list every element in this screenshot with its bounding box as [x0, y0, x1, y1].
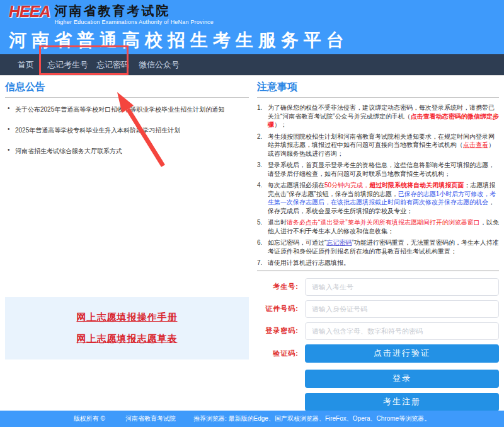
announcements-list: 关于公布2025年普通高等学校对口招收中等职业学校毕业生招生计划的通知 2025…: [5, 105, 249, 156]
nav-bar: 首页 忘记考生号 忘记密码 微信公众号: [0, 54, 504, 76]
download-box: 网上志愿填报操作手册 网上志愿填报志愿草表: [5, 297, 249, 360]
site-title: 河南省普通高校招生考生服务平台: [9, 28, 504, 52]
footer-copyright: 版权所有 ©: [74, 414, 105, 423]
register-row: 考生注册: [257, 393, 499, 411]
notice-item: 考生须按照院校招生计划和河南省教育考试院相关通知要求，在规定时间内登录网站并填报…: [257, 132, 499, 158]
notice-item: 为了确保您的权益不受非法侵害，建议绑定动态密码，每次登录系统时，请携带已关注“河…: [257, 103, 499, 129]
login-button[interactable]: 登录: [305, 370, 499, 388]
notice-item: 每次志愿填报必须在50分钟内完成，超过时限系统将自动关闭填报页面；志愿填报完点击…: [257, 181, 499, 215]
notices-title: 注意事项: [257, 81, 499, 98]
announcement-link[interactable]: 关于公布2025年普通高等学校对口招收中等职业学校毕业生招生计划的通知: [5, 105, 249, 114]
notice-item: 退出时请务必点击“退出登录”菜单并关闭所有填报志愿期间打开的浏览器窗口，以免他人…: [257, 218, 499, 235]
nav-item-forgot-password[interactable]: 忘记密码: [96, 59, 129, 71]
notices-list: 为了确保您的权益不受非法侵害，建议绑定动态密码，每次登录系统时，请携带已关注“河…: [257, 103, 499, 267]
nav-item-forgot-id[interactable]: 忘记考生号: [47, 59, 88, 71]
announcement-link[interactable]: 2025年普通高等学校专科毕业生升入本科阶段学习招生计划: [5, 126, 249, 135]
candidate-id-input[interactable]: [305, 278, 499, 296]
id-number-row: 证件号码:: [257, 300, 499, 318]
candidate-id-row: 考生号:: [257, 278, 499, 296]
footer-org-name: 河南省教育考试院: [125, 414, 176, 423]
id-number-label: 证件号码:: [257, 304, 299, 313]
page: HEEA 河南省教育考试院 Higher Education Examinati…: [0, 0, 504, 427]
heea-logo-icon: HEEA: [9, 3, 50, 20]
announcements-panel: 信息公告 关于公布2025年普通高等学校对口招收中等职业学校毕业生招生计划的通知…: [5, 81, 249, 360]
register-button[interactable]: 考生注册: [305, 393, 499, 411]
nav-item-wechat[interactable]: 微信公众号: [139, 59, 180, 71]
announcement-link[interactable]: 河南省招生考试综合服务大厅联系方式: [5, 147, 249, 156]
org-name-en: Higher Education Examinations Authority …: [54, 19, 214, 25]
captcha-label: 验证码:: [257, 349, 299, 358]
login-row: 登录: [257, 370, 499, 388]
password-row: 登录密码:: [257, 322, 499, 340]
org-name-block: 河南省教育考试院 Higher Education Examinations A…: [54, 3, 214, 25]
notice-text: ）；: [274, 121, 287, 128]
password-input[interactable]: [305, 322, 499, 340]
id-number-input[interactable]: [305, 300, 499, 318]
password-label: 登录密码:: [257, 326, 299, 336]
forgot-password-link[interactable]: 忘记密码: [326, 239, 352, 246]
captcha-verify-button[interactable]: 点击进行验证: [305, 344, 499, 363]
notice-item: 请使用计算机进行志愿填报。: [257, 259, 499, 267]
notice-warning: 请务必点击“退出登录”菜单并关闭所有填报志愿期间打开的浏览器窗口: [287, 219, 480, 226]
org-name: 河南省教育考试院: [54, 3, 214, 18]
captcha-row: 验证码: 点击进行验证: [257, 344, 499, 363]
notice-item: 如忘记密码，可通过“忘记密码”功能进行密码重置，无法重置密码的，考生本人持准考证…: [257, 238, 499, 255]
notice-text: 考生须按照院校招生计划和河南省教育考试院相关通知要求，在规定时间内登录网站并填报…: [268, 133, 495, 149]
notice-text: 登录系统后，首页显示登录考生的资格信息，这些信息将影响考生可填报的志愿，请登录后…: [268, 161, 495, 177]
login-form: 考生号: 证件号码: 登录密码: 验证码: 点击进行验证 登录 考生注册: [257, 278, 499, 411]
nav-item-home[interactable]: 首页: [18, 59, 34, 71]
notice-item: 登录系统后，首页显示登录考生的资格信息，这些信息将影响考生可填报的志愿，请登录后…: [257, 161, 499, 178]
footer-browser-recommendation: 推荐浏览器: 最新版的Edge、国产双核浏览器、FireFox、Opera、Ch…: [193, 414, 430, 423]
announcements-title: 信息公告: [5, 81, 249, 98]
notice-text: 退出时: [268, 219, 287, 226]
notice-warning: 50分钟内完成，: [324, 182, 369, 189]
notice-text: 如忘记密码，可通过“: [268, 239, 326, 246]
header: HEEA 河南省教育考试院 Higher Education Examinati…: [0, 0, 504, 54]
candidate-id-label: 考生号:: [257, 282, 299, 291]
click-to-view-link[interactable]: 点击查看: [463, 141, 488, 148]
notice-text: 每次志愿填报必须在: [268, 182, 324, 189]
footer: 版权所有 © 河南省教育考试院 推荐浏览器: 最新版的Edge、国产双核浏览器、…: [0, 411, 504, 427]
download-draft-form-link[interactable]: 网上志愿填报志愿草表: [77, 333, 178, 345]
download-manual-link[interactable]: 网上志愿填报操作手册: [77, 312, 178, 324]
notice-text: 请使用计算机进行志愿填报。: [268, 259, 350, 266]
notice-warning: 超过时限系统将自动关闭填报页面: [369, 182, 464, 189]
logo: HEEA 河南省教育考试院 Higher Education Examinati…: [9, 3, 504, 25]
form-divider: [257, 271, 499, 271]
notices-panel: 注意事项 为了确保您的权益不受非法侵害，建议绑定动态密码，每次登录系统时，请携带…: [257, 81, 499, 416]
